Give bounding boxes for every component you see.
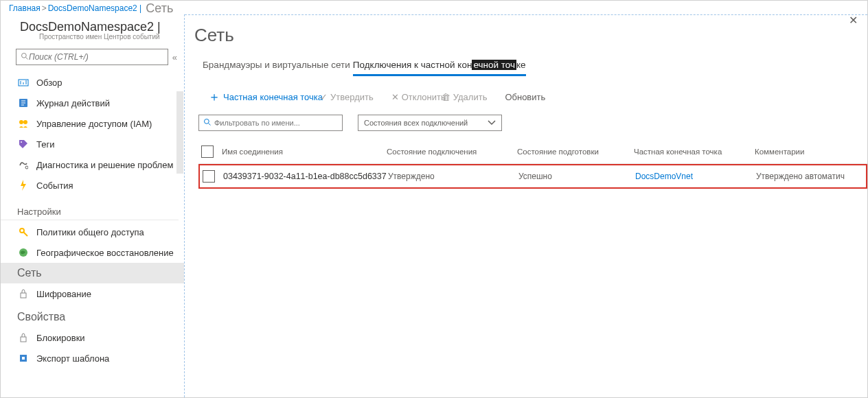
- svg-point-0: [22, 53, 27, 58]
- breadcrumb-home[interactable]: Главная: [9, 3, 41, 13]
- approve-button[interactable]: ✓ Утвердить: [320, 92, 374, 102]
- column-connection-state: Состояние подключения: [387, 148, 517, 156]
- delete-button[interactable]: 🗑 Удалить: [442, 92, 488, 102]
- lock-icon: [17, 331, 30, 344]
- search-icon: [203, 118, 212, 128]
- tabs: Брандмауэры и виртуальные сети Подключен…: [185, 60, 867, 76]
- tab-firewalls[interactable]: Брандмауэры и виртуальные сети: [203, 60, 350, 76]
- overview-icon: [17, 76, 30, 89]
- button-label: Отклонить: [402, 92, 446, 102]
- sidebar-item-network[interactable]: Сеть: [1, 263, 184, 283]
- sidebar-item-label: Блокировки: [36, 333, 85, 343]
- tags-icon: [17, 138, 30, 150]
- sidebar-item-label: Экспорт шаблона: [36, 353, 109, 364]
- filter-input[interactable]: [214, 119, 338, 127]
- refresh-button[interactable]: Обновить: [505, 92, 545, 102]
- table-header: Имя соединения Состояние подключения Сос…: [198, 139, 867, 164]
- sidebar-item-label: Журнал действий: [36, 98, 110, 108]
- sidebar-item-encryption[interactable]: Шифрование: [1, 283, 184, 304]
- button-label: Удалить: [453, 92, 488, 102]
- filter-by-name[interactable]: [198, 115, 343, 131]
- breadcrumb-current: Сеть: [146, 1, 173, 16]
- x-icon: ✕: [391, 92, 399, 102]
- sidebar: DocsDemoNamespace2 | Пространство имен Ц…: [1, 14, 185, 397]
- svg-point-12: [21, 141, 22, 143]
- column-connection-name: Имя соединения: [222, 148, 387, 156]
- sidebar-item-label: Обзор: [36, 78, 62, 88]
- activity-log-icon: [17, 97, 30, 109]
- globe-icon: [17, 246, 30, 259]
- svg-point-10: [19, 120, 23, 124]
- sidebar-item-label: Географическое восстановление: [36, 248, 174, 258]
- breadcrumb-separator: >: [42, 3, 47, 13]
- sidebar-item-activity-log[interactable]: Журнал действий: [1, 93, 184, 113]
- key-icon: [17, 226, 30, 238]
- connection-state-select[interactable]: Состояния всех подключений: [358, 115, 502, 131]
- sidebar-item-label: События: [36, 180, 73, 191]
- trash-icon: 🗑: [442, 92, 450, 102]
- button-label: Утвердить: [330, 92, 374, 102]
- resource-subtitle: Пространство имен Центров событий: [20, 33, 176, 40]
- sidebar-item-label: Управление доступом (IAM): [36, 119, 152, 129]
- column-provisioning-state: Состояние подготовки: [517, 148, 634, 156]
- sidebar-section-settings: Настройки: [1, 196, 179, 220]
- add-private-endpoint-button[interactable]: ＋ Частная конечная точка: [208, 89, 323, 105]
- events-icon: [17, 179, 30, 191]
- sidebar-item-label: Диагностика и решение проблем: [36, 160, 173, 170]
- svg-line-1: [26, 57, 28, 59]
- search-icon: [21, 52, 29, 62]
- chevron-down-icon: [488, 119, 496, 127]
- reject-button[interactable]: ✕ Отклонить: [391, 92, 446, 102]
- plus-icon: ＋: [208, 89, 220, 105]
- select-all-checkbox[interactable]: [201, 145, 214, 158]
- row-checkbox[interactable]: [203, 170, 215, 183]
- svg-rect-17: [21, 293, 26, 298]
- sidebar-scrollbar[interactable]: [176, 91, 183, 174]
- sidebar-nav: Обзор Журнал действий Управление доступо…: [1, 72, 184, 368]
- breadcrumb: Главная > DocsDemoNamespace2 | Сеть: [1, 1, 867, 14]
- collapse-sidebar-icon[interactable]: «: [172, 52, 177, 62]
- main-panel: ✕ Сеть Брандмауэры и виртуальные сети По…: [185, 14, 867, 397]
- svg-rect-18: [21, 337, 26, 342]
- column-private-endpoint: Частная конечная точка: [634, 148, 755, 156]
- svg-line-15: [23, 232, 27, 236]
- sidebar-item-label: Сеть: [17, 267, 42, 279]
- sidebar-search[interactable]: [16, 49, 168, 65]
- button-label: Обновить: [505, 92, 545, 102]
- sidebar-item-label: Теги: [36, 139, 54, 150]
- cell-connection-name: 03439371-9032-4a11-b1ea-db88cc5d6337: [223, 172, 388, 181]
- page-title: Сеть: [185, 25, 867, 60]
- cell-comments: Утверждено автоматич: [756, 172, 866, 181]
- resource-title: DocsDemoNamespace2 |: [20, 20, 176, 34]
- cell-provisioning-state: Успешно: [518, 172, 635, 181]
- sidebar-section-properties: Свойства: [1, 304, 179, 326]
- iam-icon: [17, 117, 30, 130]
- sidebar-item-locks[interactable]: Блокировки: [1, 327, 184, 348]
- sidebar-item-shared-access[interactable]: Политики общего доступа: [1, 222, 184, 242]
- toolbar: ＋ Частная конечная точка ✓ Утвердить ✕ О…: [185, 76, 867, 115]
- column-comments: Комментарии: [755, 148, 865, 156]
- sidebar-item-label: Политики общего доступа: [36, 227, 144, 237]
- check-icon: ✓: [320, 92, 328, 102]
- sidebar-item-iam[interactable]: Управление доступом (IAM): [1, 113, 184, 134]
- svg-point-13: [25, 166, 28, 169]
- close-button[interactable]: ✕: [849, 14, 858, 27]
- sidebar-item-geo-recovery[interactable]: Географическое восстановление: [1, 242, 184, 263]
- cell-private-endpoint-link[interactable]: DocsDemoVnet: [635, 172, 756, 181]
- sidebar-item-tags[interactable]: Теги: [1, 134, 184, 154]
- diagnose-icon: [17, 159, 30, 171]
- breadcrumb-namespace[interactable]: DocsDemoNamespace2 |: [48, 3, 142, 13]
- lock-icon: [17, 288, 30, 300]
- sidebar-item-overview[interactable]: Обзор: [1, 72, 184, 93]
- sidebar-item-label: Шифрование: [36, 289, 91, 299]
- sidebar-search-input[interactable]: [29, 52, 163, 62]
- sidebar-item-diagnose[interactable]: Диагностика и решение проблем: [1, 154, 184, 175]
- svg-point-20: [205, 119, 209, 124]
- sidebar-item-events[interactable]: События: [1, 175, 184, 196]
- tab-private-endpoints[interactable]: Подключения к частной конечной точке: [353, 60, 526, 76]
- table-row[interactable]: 03439371-9032-4a11-b1ea-db88cc5d6337 Утв…: [198, 164, 867, 189]
- button-label: Частная конечная точка: [223, 92, 323, 102]
- svg-line-21: [209, 123, 211, 125]
- export-icon: [17, 352, 30, 364]
- sidebar-item-export-template[interactable]: Экспорт шаблона: [1, 348, 184, 368]
